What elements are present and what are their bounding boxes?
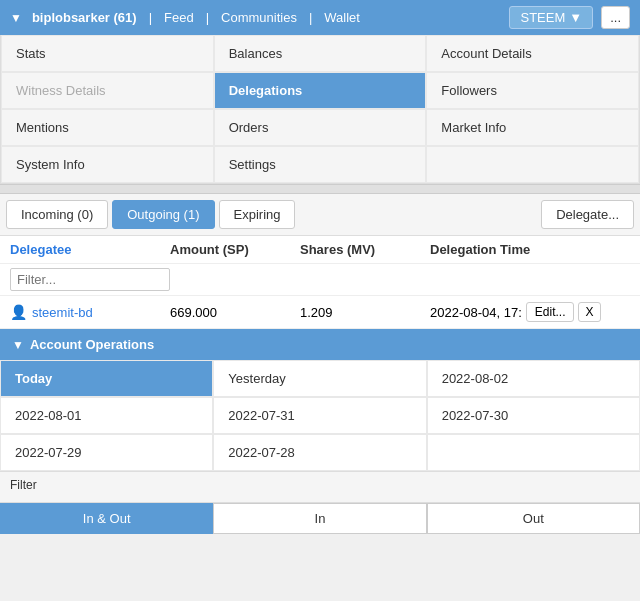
nav-orders[interactable]: Orders [214, 109, 427, 146]
col-amount: Amount (SP) [170, 242, 300, 257]
col-time: Delegation Time [430, 242, 630, 257]
divider [0, 184, 640, 194]
col-delegatee: Delegatee [10, 242, 170, 257]
ops-2022-07-28[interactable]: 2022-07-28 [213, 434, 426, 471]
filter-tabs: In & Out In Out [0, 503, 640, 534]
edit-button[interactable]: Edit... [526, 302, 575, 322]
filter-in[interactable]: In [213, 503, 426, 534]
ops-title: Account Operations [30, 337, 154, 352]
top-bar: ▼ biplobsarker (61) | Feed | Communities… [0, 0, 640, 35]
ops-2022-07-31[interactable]: 2022-07-31 [213, 397, 426, 434]
account-ops-header: ▼ Account Operations [0, 329, 640, 360]
ops-2022-08-01[interactable]: 2022-08-01 [0, 397, 213, 434]
incoming-tab[interactable]: Incoming (0) [6, 200, 108, 229]
nav-mentions[interactable]: Mentions [1, 109, 214, 146]
nav-followers[interactable]: Followers [426, 72, 639, 109]
filter-row [0, 264, 640, 296]
ops-grid: Today Yesterday 2022-08-02 2022-08-01 20… [0, 360, 640, 471]
filter-input[interactable] [10, 268, 170, 291]
separator-2: | [206, 10, 209, 25]
ops-2022-07-29[interactable]: 2022-07-29 [0, 434, 213, 471]
wallet-link[interactable]: Wallet [324, 10, 360, 25]
user-cell[interactable]: 👤 steemit-bd [10, 304, 170, 320]
remove-button[interactable]: X [578, 302, 600, 322]
nav-delegations[interactable]: Delegations [214, 72, 427, 109]
table-header: Delegatee Amount (SP) Shares (MV) Delega… [0, 236, 640, 264]
col-shares: Shares (MV) [300, 242, 430, 257]
delegation-tabs: Incoming (0) Outgoing (1) Expiring Deleg… [0, 194, 640, 236]
filter-out[interactable]: Out [427, 503, 640, 534]
amount-value: 669.000 [170, 305, 300, 320]
outgoing-tab[interactable]: Outgoing (1) [112, 200, 214, 229]
time-value: 2022-08-04, 17: [430, 305, 522, 320]
nav-settings[interactable]: Settings [214, 146, 427, 183]
nav-account-details[interactable]: Account Details [426, 35, 639, 72]
filter-section: Filter [0, 471, 640, 503]
separator-1: | [149, 10, 152, 25]
nav-empty [426, 146, 639, 183]
username[interactable]: steemit-bd [32, 305, 93, 320]
user-icon: 👤 [10, 304, 27, 320]
nav-system-info[interactable]: System Info [1, 146, 214, 183]
nav-balances[interactable]: Balances [214, 35, 427, 72]
row-actions: 2022-08-04, 17: Edit... X [430, 302, 630, 322]
ops-today[interactable]: Today [0, 360, 213, 397]
expiring-tab[interactable]: Expiring [219, 200, 296, 229]
steem-button[interactable]: STEEM ▼ [509, 6, 593, 29]
ops-yesterday[interactable]: Yesterday [213, 360, 426, 397]
separator-3: | [309, 10, 312, 25]
ops-2022-08-02[interactable]: 2022-08-02 [427, 360, 640, 397]
ops-chevron[interactable]: ▼ [12, 338, 24, 352]
nav-witness-details: Witness Details [1, 72, 214, 109]
communities-link[interactable]: Communities [221, 10, 297, 25]
nav-market-info[interactable]: Market Info [426, 109, 639, 146]
username-label: biplobsarker (61) [32, 10, 137, 25]
nav-stats[interactable]: Stats [1, 35, 214, 72]
dropdown-chevron[interactable]: ▼ [10, 11, 22, 25]
filter-in-out[interactable]: In & Out [0, 503, 213, 534]
filter-label: Filter [10, 478, 630, 492]
more-button[interactable]: ... [601, 6, 630, 29]
table-row: 👤 steemit-bd 669.000 1.209 2022-08-04, 1… [0, 296, 640, 329]
nav-grid: Stats Balances Account Details Witness D… [0, 35, 640, 184]
ops-2022-07-30[interactable]: 2022-07-30 [427, 397, 640, 434]
shares-value: 1.209 [300, 305, 430, 320]
delegate-button[interactable]: Delegate... [541, 200, 634, 229]
feed-link[interactable]: Feed [164, 10, 194, 25]
ops-empty [427, 434, 640, 471]
